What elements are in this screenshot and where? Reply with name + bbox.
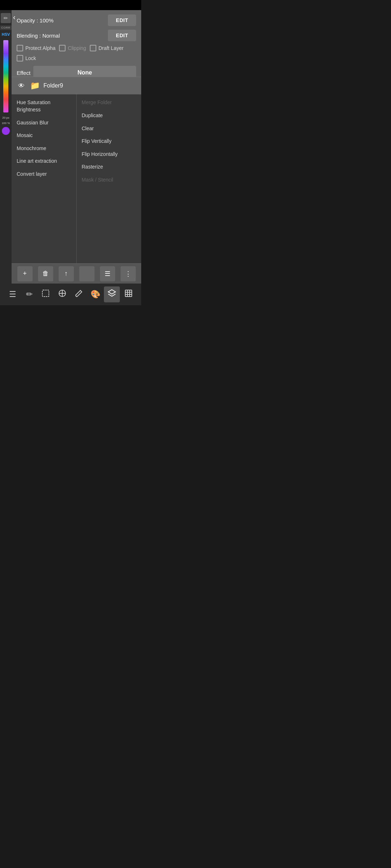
back-arrow[interactable]: ‹	[13, 13, 16, 21]
visibility-eye-icon[interactable]: 👁	[17, 81, 26, 90]
palette-icon: 🎨	[91, 290, 100, 299]
blending-row: Blending : Normal EDIT	[17, 30, 136, 41]
delete-layer-button[interactable]: 🗑	[38, 266, 53, 281]
blending-edit-button[interactable]: EDIT	[108, 30, 136, 41]
svg-rect-3	[125, 290, 132, 297]
folder-icon: 📁	[30, 81, 40, 91]
opacity-row: Opacity : 100% EDIT	[17, 14, 136, 26]
clear-item[interactable]: Clear	[80, 122, 138, 135]
protect-alpha-checkbox[interactable]	[17, 45, 23, 51]
corr-label: CORR	[0, 25, 12, 30]
transform-icon	[58, 289, 67, 300]
add-layer-button[interactable]: +	[17, 266, 33, 281]
hue-saturation-brightness-item[interactable]: Hue Saturation Brightness	[15, 96, 73, 116]
opacity-label-text: Opacity : 100%	[17, 17, 54, 24]
filter-column: Filter Filter List Hue Saturation Bright…	[12, 66, 77, 284]
flip-horizontally-item[interactable]: Flip Horizontally	[80, 148, 138, 161]
pencil-icon: ✏	[4, 15, 8, 21]
checkboxes-row: Protect Alpha Clipping Draft Layer Lock	[17, 45, 136, 61]
brush-icon	[75, 289, 83, 300]
grid-nav-button[interactable]	[121, 286, 136, 302]
protect-alpha-checkbox-item[interactable]: Protect Alpha	[17, 45, 55, 51]
opacity-edit-button[interactable]: EDIT	[108, 14, 136, 26]
layers-nav-button[interactable]	[104, 286, 120, 302]
grid-icon	[124, 289, 133, 300]
gaussian-blur-item[interactable]: Gaussian Blur	[15, 116, 73, 129]
brush-nav-button[interactable]	[71, 286, 87, 302]
select-icon	[41, 289, 50, 300]
pencil-tool[interactable]: ✏	[1, 13, 11, 23]
draft-layer-label: Draft Layer	[98, 45, 123, 51]
top-status-bar	[0, 0, 141, 10]
lock-checkbox-item[interactable]: Lock	[17, 55, 36, 61]
line-art-extraction-item[interactable]: Line art extraction	[15, 155, 73, 168]
list-button[interactable]: ☰	[100, 266, 115, 281]
flip-vertically-item[interactable]: Flip Vertically	[80, 135, 138, 148]
duplicate-item[interactable]: Duplicate	[80, 109, 138, 122]
color-swatch[interactable]	[2, 127, 10, 135]
dropdown-menu: Filter Filter List Hue Saturation Bright…	[12, 65, 141, 284]
color-strip[interactable]	[3, 40, 8, 112]
brush-size-label: 20 px	[2, 116, 9, 119]
mosaic-item[interactable]: Mosaic	[15, 129, 73, 142]
list-icon: ☰	[105, 270, 110, 278]
transform-nav-button[interactable]	[54, 286, 70, 302]
properties-panel: Opacity : 100% EDIT Blending : Normal ED…	[12, 10, 141, 88]
mask-stencil-item: Mask / Stencil	[80, 174, 138, 187]
svg-marker-2	[108, 290, 115, 294]
draft-layer-checkbox[interactable]	[90, 45, 96, 51]
palette-nav-button[interactable]: 🎨	[88, 286, 104, 302]
menu-nav-button[interactable]: ☰	[5, 286, 21, 302]
merge-folder-item: Merge Folder	[80, 96, 138, 109]
move-up-button[interactable]: ↑	[59, 266, 74, 281]
layers-icon	[108, 289, 116, 300]
bottom-toolbar: + 🗑 ↑ ☰ ⋮	[12, 263, 141, 284]
select-nav-button[interactable]	[38, 286, 54, 302]
clipping-checkbox-item[interactable]: Clipping	[59, 45, 86, 51]
more-icon: ⋮	[125, 270, 131, 278]
draft-layer-checkbox-item[interactable]: Draft Layer	[90, 45, 123, 51]
effect-label-text: Effect	[17, 70, 30, 76]
hsv-label[interactable]: HSV	[2, 32, 10, 37]
left-toolbar: ✏ CORR HSV 20 px 100 %	[0, 10, 12, 284]
rasterize-item[interactable]: Rasterize	[80, 161, 138, 174]
svg-rect-0	[42, 290, 49, 297]
lock-label: Lock	[25, 55, 36, 61]
menu-icon: ☰	[9, 290, 16, 299]
lock-checkbox[interactable]	[17, 55, 23, 61]
edit-icon: ✏	[26, 290, 33, 299]
trash-icon: 🗑	[42, 270, 49, 277]
clipping-checkbox[interactable]	[59, 45, 66, 51]
folder-name-label: Folder9	[43, 82, 63, 89]
blank-button[interactable]	[79, 266, 94, 281]
opacity-label: 100 %	[2, 122, 10, 125]
monochrome-item[interactable]: Monochrome	[15, 142, 73, 155]
more-options-button[interactable]: ⋮	[121, 266, 136, 281]
folder-row[interactable]: 👁 📁 Folder9	[12, 77, 141, 94]
layer-management-column: Layer Management Merge Down Merge Folder…	[77, 66, 142, 284]
edit-nav-button[interactable]: ✏	[21, 286, 37, 302]
convert-layer-item[interactable]: Convert layer	[15, 168, 73, 181]
blending-label-text: Blending : Normal	[17, 33, 60, 39]
protect-alpha-label: Protect Alpha	[25, 45, 55, 51]
clipping-label: Clipping	[68, 45, 86, 51]
nav-bar: ☰ ✏ 🎨	[0, 284, 141, 305]
